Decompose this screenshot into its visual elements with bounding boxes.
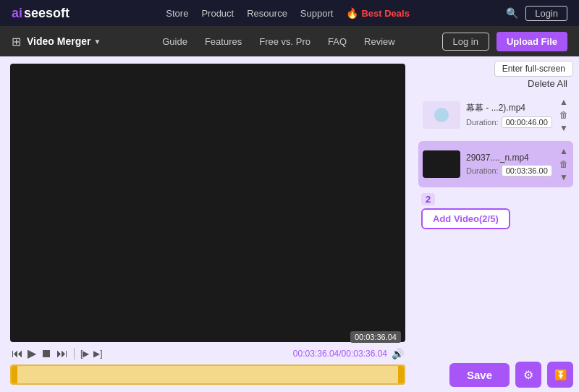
login-button[interactable]: Login — [525, 6, 567, 21]
product-link[interactable]: Product — [201, 8, 234, 19]
fire-icon: 🔥 — [346, 7, 358, 19]
store-link[interactable]: Store — [166, 8, 188, 19]
video-duration-row: Duration: 00:00:46.00 — [466, 116, 553, 128]
video-thumbnail — [423, 150, 460, 178]
top-navigation: aiseesoft Store Product Resource Support… — [0, 0, 579, 26]
move-up-button[interactable]: ▲ — [559, 96, 569, 108]
review-link[interactable]: Review — [364, 36, 395, 47]
video-info: 幕幕 - ...2).mp4 Duration: 00:00:46.00 — [466, 102, 553, 128]
duration-value: 00:03:36.00 — [502, 165, 552, 176]
support-link[interactable]: Support — [300, 8, 334, 19]
logo: aiseesoft — [12, 6, 69, 21]
trim-end-button[interactable]: ▶] — [93, 349, 102, 359]
trim-start-button[interactable]: [▶ — [80, 349, 89, 359]
move-up-button[interactable]: ▲ — [559, 145, 569, 157]
skip-back-button[interactable]: ⏮ — [12, 347, 23, 360]
guide-link[interactable]: Guide — [162, 36, 187, 47]
delete-item-button[interactable]: 🗑 — [559, 109, 569, 121]
features-link[interactable]: Features — [205, 36, 242, 47]
add-video-button[interactable]: Add Video(2/5) — [421, 208, 510, 229]
secondary-navigation: ⊞ Video Merger ▼ Guide Features Free vs.… — [0, 26, 579, 56]
timeline-handle-left[interactable] — [12, 366, 17, 383]
save-button[interactable]: Save — [449, 363, 510, 387]
timeline-bar[interactable] — [10, 365, 405, 385]
app-title-dropdown[interactable]: ▼ — [93, 38, 101, 46]
timeline-area — [10, 365, 405, 385]
bottom-actions: Save ⚙ ⏬ — [413, 357, 579, 392]
duration-label: Duration: — [466, 118, 499, 127]
video-player — [10, 64, 405, 342]
stop-button[interactable]: ⏹ — [41, 347, 52, 360]
video-name: 29037...._n.mp4 — [466, 153, 553, 163]
secondary-nav-actions: Log in Upload File — [442, 32, 567, 51]
secondary-nav-links: Guide Features Free vs. Pro FAQ Review — [115, 36, 441, 47]
duration-label: Duration: — [466, 166, 499, 175]
left-panel: ⏮ ▶ ⏹ ⏭ [▶ ▶] 00:03:36.04/00:03:36.04 🔊 … — [0, 56, 413, 392]
move-down-button[interactable]: ▼ — [559, 171, 569, 183]
video-duration-row: Duration: 00:03:36.00 — [466, 165, 553, 176]
volume-button[interactable]: 🔊 — [392, 348, 404, 359]
delete-all-button[interactable]: Delete All — [528, 78, 567, 89]
search-button[interactable]: 🔍 — [506, 7, 518, 19]
fullscreen-button[interactable]: Enter full-screen — [494, 61, 573, 77]
timeline-handle-right[interactable] — [398, 366, 404, 383]
video-item: 29037...._n.mp4 Duration: 00:03:36.00 ▲ … — [418, 141, 573, 187]
move-down-button[interactable]: ▼ — [559, 122, 569, 134]
video-thumbnail — [423, 101, 460, 129]
video-item-actions: ▲ 🗑 ▼ — [559, 96, 569, 134]
best-deals-link[interactable]: 🔥 Best Deals — [346, 7, 409, 19]
logo-seesoft: seesoft — [24, 6, 69, 21]
control-separator — [74, 348, 75, 359]
video-list: 幕幕 - ...2).mp4 Duration: 00:00:46.00 ▲ 🗑… — [413, 92, 579, 357]
gear-icon: ⚙ — [523, 368, 533, 382]
video-info: 29037...._n.mp4 Duration: 00:03:36.00 — [466, 153, 553, 176]
main-content: ⏮ ▶ ⏹ ⏭ [▶ ▶] 00:03:36.04/00:03:36.04 🔊 … — [0, 56, 579, 392]
time-current: 00:03:36.04 — [293, 349, 339, 359]
free-vs-pro-link[interactable]: Free vs. Pro — [259, 36, 310, 47]
player-controls: ⏮ ▶ ⏹ ⏭ [▶ ▶] 00:03:36.04/00:03:36.04 🔊 … — [10, 342, 405, 363]
play-button[interactable]: ▶ — [28, 346, 36, 360]
app-title: Video Merger — [27, 35, 90, 47]
right-panel: Enter full-screen Delete All 幕幕 - ...2).… — [413, 56, 579, 392]
best-deals-label: Best Deals — [361, 8, 409, 19]
log-in-button[interactable]: Log in — [442, 33, 489, 51]
download-button[interactable]: ⏬ — [547, 362, 573, 388]
video-item: 幕幕 - ...2).mp4 Duration: 00:00:46.00 ▲ 🗑… — [418, 92, 573, 138]
time-display: 00:03:36.04/00:03:36.04 — [293, 349, 387, 359]
video-name: 幕幕 - ...2).mp4 — [466, 102, 553, 114]
logo-ai: ai — [12, 6, 22, 21]
step-badge: 2 — [421, 193, 435, 205]
right-panel-top: Enter full-screen Delete All — [413, 56, 579, 92]
settings-button[interactable]: ⚙ — [515, 362, 541, 388]
resource-link[interactable]: Resource — [247, 8, 287, 19]
download-icon: ⏬ — [554, 369, 567, 380]
time-tooltip: 00:03:36.04 — [350, 331, 401, 343]
faq-link[interactable]: FAQ — [328, 36, 347, 47]
video-item-actions: ▲ 🗑 ▼ — [559, 145, 569, 183]
app-icon-button[interactable]: ⊞ — [12, 35, 21, 48]
delete-item-button[interactable]: 🗑 — [559, 158, 569, 170]
skip-forward-button[interactable]: ⏭ — [56, 347, 68, 360]
time-total: /00:03:36.04 — [339, 349, 387, 359]
thumbnail-image — [434, 108, 449, 122]
duration-value: 00:00:46.00 — [502, 116, 552, 128]
top-nav-actions: 🔍 Login — [506, 6, 567, 21]
add-video-section: 2 Add Video(2/5) — [418, 190, 573, 229]
upload-file-button[interactable]: Upload File — [496, 32, 567, 51]
top-nav-links: Store Product Resource Support 🔥 Best De… — [166, 7, 410, 19]
